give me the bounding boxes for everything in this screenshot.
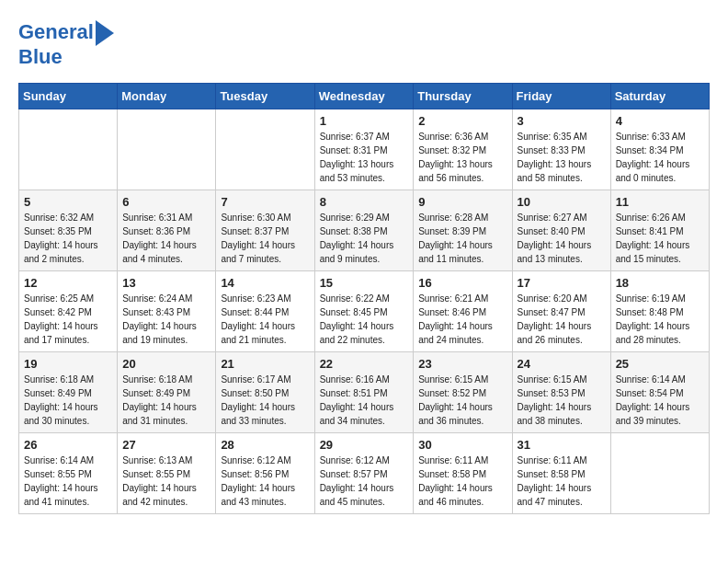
day-number: 26 xyxy=(24,438,112,452)
page-header: General Blue xyxy=(18,18,710,68)
day-info: Sunrise: 6:32 AM Sunset: 8:35 PM Dayligh… xyxy=(24,211,112,266)
day-number: 5 xyxy=(24,195,112,209)
day-number: 2 xyxy=(418,114,506,128)
calendar-cell: 23Sunrise: 6:15 AM Sunset: 8:52 PM Dayli… xyxy=(414,352,512,433)
day-info: Sunrise: 6:14 AM Sunset: 8:55 PM Dayligh… xyxy=(24,454,112,509)
calendar-cell: 12Sunrise: 6:25 AM Sunset: 8:42 PM Dayli… xyxy=(19,271,118,352)
calendar-cell: 7Sunrise: 6:30 AM Sunset: 8:37 PM Daylig… xyxy=(216,190,314,271)
day-number: 23 xyxy=(418,357,506,371)
calendar-table: SundayMondayTuesdayWednesdayThursdayFrid… xyxy=(18,83,710,514)
calendar-cell: 30Sunrise: 6:11 AM Sunset: 8:58 PM Dayli… xyxy=(414,433,512,514)
day-number: 1 xyxy=(320,114,409,128)
calendar-cell: 29Sunrise: 6:12 AM Sunset: 8:57 PM Dayli… xyxy=(314,433,414,514)
calendar-cell: 3Sunrise: 6:35 AM Sunset: 8:33 PM Daylig… xyxy=(512,109,610,190)
calendar-cell: 27Sunrise: 6:13 AM Sunset: 8:55 PM Dayli… xyxy=(118,433,216,514)
day-number: 19 xyxy=(24,357,112,371)
day-info: Sunrise: 6:13 AM Sunset: 8:55 PM Dayligh… xyxy=(122,454,210,509)
day-number: 18 xyxy=(616,276,704,290)
calendar-cell: 25Sunrise: 6:14 AM Sunset: 8:54 PM Dayli… xyxy=(610,352,709,433)
day-header-tuesday: Tuesday xyxy=(216,84,314,109)
day-number: 21 xyxy=(221,357,309,371)
day-number: 22 xyxy=(320,357,409,371)
day-number: 25 xyxy=(616,357,704,371)
day-info: Sunrise: 6:18 AM Sunset: 8:49 PM Dayligh… xyxy=(24,373,112,428)
day-info: Sunrise: 6:12 AM Sunset: 8:56 PM Dayligh… xyxy=(221,454,309,509)
day-number: 11 xyxy=(616,195,704,209)
day-header-thursday: Thursday xyxy=(414,84,512,109)
day-number: 13 xyxy=(122,276,210,290)
day-info: Sunrise: 6:33 AM Sunset: 8:34 PM Dayligh… xyxy=(616,130,704,185)
logo-arrow-icon xyxy=(96,20,114,46)
day-header-monday: Monday xyxy=(118,84,216,109)
calendar-cell: 4Sunrise: 6:33 AM Sunset: 8:34 PM Daylig… xyxy=(610,109,709,190)
day-info: Sunrise: 6:11 AM Sunset: 8:58 PM Dayligh… xyxy=(518,454,606,509)
calendar-week-row: 19Sunrise: 6:18 AM Sunset: 8:49 PM Dayli… xyxy=(19,352,710,433)
day-info: Sunrise: 6:29 AM Sunset: 8:38 PM Dayligh… xyxy=(320,211,409,266)
calendar-week-row: 26Sunrise: 6:14 AM Sunset: 8:55 PM Dayli… xyxy=(19,433,710,514)
day-header-sunday: Sunday xyxy=(19,84,118,109)
day-number: 31 xyxy=(518,438,606,452)
day-header-friday: Friday xyxy=(512,84,610,109)
day-info: Sunrise: 6:35 AM Sunset: 8:33 PM Dayligh… xyxy=(518,130,606,185)
calendar-week-row: 5Sunrise: 6:32 AM Sunset: 8:35 PM Daylig… xyxy=(19,190,710,271)
day-header-saturday: Saturday xyxy=(610,84,709,109)
day-number: 9 xyxy=(418,195,506,209)
calendar-cell: 9Sunrise: 6:28 AM Sunset: 8:39 PM Daylig… xyxy=(414,190,512,271)
day-info: Sunrise: 6:15 AM Sunset: 8:53 PM Dayligh… xyxy=(518,373,606,428)
calendar-cell: 24Sunrise: 6:15 AM Sunset: 8:53 PM Dayli… xyxy=(512,352,610,433)
logo-text: General xyxy=(18,21,94,43)
calendar-cell: 13Sunrise: 6:24 AM Sunset: 8:43 PM Dayli… xyxy=(118,271,216,352)
day-info: Sunrise: 6:37 AM Sunset: 8:31 PM Dayligh… xyxy=(320,130,409,185)
calendar-cell xyxy=(118,109,216,190)
day-info: Sunrise: 6:28 AM Sunset: 8:39 PM Dayligh… xyxy=(418,211,506,266)
calendar-cell: 28Sunrise: 6:12 AM Sunset: 8:56 PM Dayli… xyxy=(216,433,314,514)
day-info: Sunrise: 6:14 AM Sunset: 8:54 PM Dayligh… xyxy=(616,373,704,428)
calendar-cell: 1Sunrise: 6:37 AM Sunset: 8:31 PM Daylig… xyxy=(314,109,414,190)
calendar-cell: 19Sunrise: 6:18 AM Sunset: 8:49 PM Dayli… xyxy=(19,352,118,433)
day-info: Sunrise: 6:21 AM Sunset: 8:46 PM Dayligh… xyxy=(418,292,506,347)
day-info: Sunrise: 6:31 AM Sunset: 8:36 PM Dayligh… xyxy=(122,211,210,266)
day-number: 20 xyxy=(122,357,210,371)
day-info: Sunrise: 6:22 AM Sunset: 8:45 PM Dayligh… xyxy=(320,292,409,347)
day-number: 7 xyxy=(221,195,309,209)
day-number: 4 xyxy=(616,114,704,128)
calendar-cell: 21Sunrise: 6:17 AM Sunset: 8:50 PM Dayli… xyxy=(216,352,314,433)
calendar-cell: 5Sunrise: 6:32 AM Sunset: 8:35 PM Daylig… xyxy=(19,190,118,271)
logo: General Blue xyxy=(18,18,114,68)
calendar-cell: 2Sunrise: 6:36 AM Sunset: 8:32 PM Daylig… xyxy=(414,109,512,190)
calendar-cell: 18Sunrise: 6:19 AM Sunset: 8:48 PM Dayli… xyxy=(610,271,709,352)
calendar-header-row: SundayMondayTuesdayWednesdayThursdayFrid… xyxy=(19,84,710,109)
calendar-cell: 20Sunrise: 6:18 AM Sunset: 8:49 PM Dayli… xyxy=(118,352,216,433)
calendar-cell: 31Sunrise: 6:11 AM Sunset: 8:58 PM Dayli… xyxy=(512,433,610,514)
day-info: Sunrise: 6:19 AM Sunset: 8:48 PM Dayligh… xyxy=(616,292,704,347)
calendar-week-row: 12Sunrise: 6:25 AM Sunset: 8:42 PM Dayli… xyxy=(19,271,710,352)
day-number: 24 xyxy=(518,357,606,371)
day-header-wednesday: Wednesday xyxy=(314,84,414,109)
calendar-week-row: 1Sunrise: 6:37 AM Sunset: 8:31 PM Daylig… xyxy=(19,109,710,190)
day-info: Sunrise: 6:36 AM Sunset: 8:32 PM Dayligh… xyxy=(418,130,506,185)
calendar-cell: 14Sunrise: 6:23 AM Sunset: 8:44 PM Dayli… xyxy=(216,271,314,352)
day-info: Sunrise: 6:15 AM Sunset: 8:52 PM Dayligh… xyxy=(418,373,506,428)
day-number: 15 xyxy=(320,276,409,290)
day-info: Sunrise: 6:11 AM Sunset: 8:58 PM Dayligh… xyxy=(418,454,506,509)
calendar-cell xyxy=(19,109,118,190)
calendar-cell: 17Sunrise: 6:20 AM Sunset: 8:47 PM Dayli… xyxy=(512,271,610,352)
day-info: Sunrise: 6:24 AM Sunset: 8:43 PM Dayligh… xyxy=(122,292,210,347)
calendar-cell: 10Sunrise: 6:27 AM Sunset: 8:40 PM Dayli… xyxy=(512,190,610,271)
day-number: 12 xyxy=(24,276,112,290)
day-number: 3 xyxy=(518,114,606,128)
day-number: 28 xyxy=(221,438,309,452)
calendar-cell: 22Sunrise: 6:16 AM Sunset: 8:51 PM Dayli… xyxy=(314,352,414,433)
calendar-cell xyxy=(610,433,709,514)
day-info: Sunrise: 6:16 AM Sunset: 8:51 PM Dayligh… xyxy=(320,373,409,428)
calendar-cell: 15Sunrise: 6:22 AM Sunset: 8:45 PM Dayli… xyxy=(314,271,414,352)
calendar-cell: 11Sunrise: 6:26 AM Sunset: 8:41 PM Dayli… xyxy=(610,190,709,271)
calendar-cell: 6Sunrise: 6:31 AM Sunset: 8:36 PM Daylig… xyxy=(118,190,216,271)
day-number: 30 xyxy=(418,438,506,452)
day-info: Sunrise: 6:17 AM Sunset: 8:50 PM Dayligh… xyxy=(221,373,309,428)
day-info: Sunrise: 6:30 AM Sunset: 8:37 PM Dayligh… xyxy=(221,211,309,266)
day-info: Sunrise: 6:23 AM Sunset: 8:44 PM Dayligh… xyxy=(221,292,309,347)
logo-general: General xyxy=(18,20,94,43)
day-info: Sunrise: 6:18 AM Sunset: 8:49 PM Dayligh… xyxy=(122,373,210,428)
day-info: Sunrise: 6:26 AM Sunset: 8:41 PM Dayligh… xyxy=(616,211,704,266)
